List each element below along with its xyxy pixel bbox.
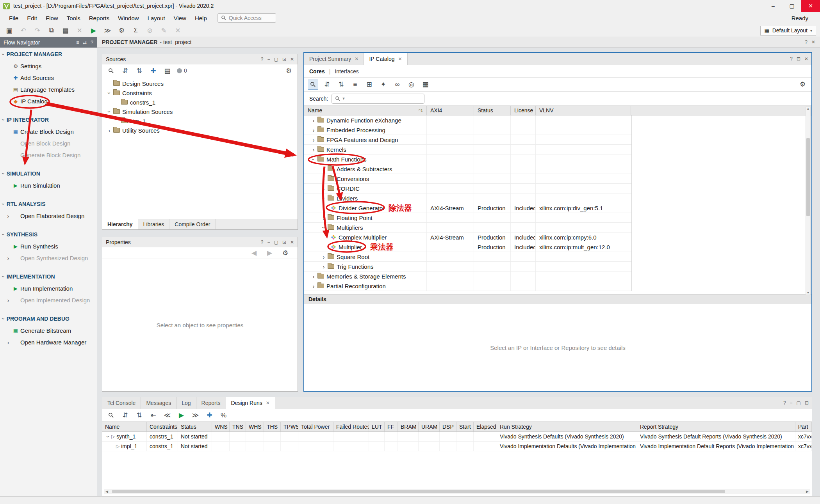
tree-node-sim-1[interactable]: sim_1: [102, 116, 298, 126]
expand-icon[interactable]: ›: [321, 195, 327, 202]
ip-row-partial-reconfiguration[interactable]: ›Partial Reconfiguration: [304, 281, 631, 291]
expand-icon[interactable]: ›: [310, 283, 317, 289]
sidebar-item-open-synthesized-design[interactable]: ›Open Synthesized Design: [0, 252, 97, 264]
runs-column-name[interactable]: Name: [102, 422, 147, 431]
expand-icon[interactable]: ›: [310, 156, 317, 163]
copy-icon[interactable]: ⧉: [46, 25, 57, 35]
scroll-up-icon[interactable]: ▲: [806, 107, 810, 110]
ip-row-trig-functions[interactable]: ›Trig Functions: [304, 262, 631, 272]
close-tab-icon[interactable]: ✕: [398, 56, 402, 62]
delete-icon[interactable]: ✕: [74, 25, 85, 35]
ip-row-conversions[interactable]: ›Conversions: [304, 174, 631, 184]
flow-section-project-manager[interactable]: ›PROJECT MANAGER: [0, 48, 97, 60]
expand-icon[interactable]: ›: [321, 263, 327, 270]
help-icon[interactable]: ?: [790, 56, 793, 62]
tab-project-summary[interactable]: Project Summary✕: [304, 53, 364, 65]
step-back-icon[interactable]: ⇤: [148, 410, 159, 421]
expand-icon[interactable]: ›: [310, 146, 317, 153]
expand-icon[interactable]: ›: [321, 224, 327, 231]
sidebar-item-open-implemented-design[interactable]: ›Open Implemented Design: [0, 294, 97, 306]
vertical-scrollbar[interactable]: ▲ ▼: [806, 106, 811, 295]
search-icon[interactable]: [106, 66, 116, 76]
settings-icon[interactable]: ⚙: [283, 66, 294, 76]
ip-row-embedded-processing[interactable]: ›Embedded Processing: [304, 125, 631, 135]
close-button[interactable]: ✕: [801, 0, 820, 12]
sources-tab-libraries[interactable]: Libraries: [138, 219, 170, 229]
maximize-button[interactable]: ▢: [783, 0, 801, 12]
sidebar-item-add-sources[interactable]: ✚Add Sources: [0, 72, 97, 83]
collapse-icon[interactable]: ›: [105, 433, 111, 440]
back-icon[interactable]: ◀: [249, 248, 259, 258]
scrollbar-thumb[interactable]: [806, 138, 810, 216]
minimize-icon[interactable]: −: [790, 400, 793, 406]
runs-column-tpws[interactable]: TPWS: [281, 422, 298, 431]
settings-icon[interactable]: ⚙: [116, 25, 127, 35]
report-icon[interactable]: Σ: [130, 25, 141, 35]
menu-tools[interactable]: Tools: [62, 13, 85, 23]
step-icon[interactable]: ≫: [102, 25, 113, 35]
properties-icon[interactable]: ✦: [378, 80, 389, 90]
menu-view[interactable]: View: [169, 13, 191, 23]
sources-tab-compile-order[interactable]: Compile Order: [169, 219, 216, 229]
subtab-cores[interactable]: Cores: [309, 68, 325, 75]
runs-column-start[interactable]: Start: [456, 422, 474, 431]
scroll-right-icon[interactable]: ▶: [806, 490, 809, 493]
expand-icon[interactable]: ›: [106, 127, 112, 134]
runs-column-lut[interactable]: LUT: [369, 422, 385, 431]
expand-icon[interactable]: ›: [310, 137, 317, 143]
sidebar-item-run-simulation[interactable]: ▶Run Simulation: [0, 179, 97, 191]
runs-column-wns[interactable]: WNS: [212, 422, 230, 431]
ip-row-memories-storage-elements[interactable]: ›Memories & Storage Elements: [304, 272, 631, 281]
close-icon[interactable]: ✕: [290, 57, 294, 62]
ip-row-square-root[interactable]: ›Square Root: [304, 252, 631, 262]
runs-column-constraints[interactable]: Constraints: [147, 422, 178, 431]
menu-window[interactable]: Window: [114, 13, 143, 23]
menu-reports[interactable]: Reports: [85, 13, 114, 23]
settings-icon[interactable]: ⚙: [280, 248, 291, 258]
menu-icon[interactable]: ≡: [76, 40, 79, 45]
layout-selector[interactable]: ▦ Default Layout ▾: [760, 26, 816, 35]
percent-icon[interactable]: %: [218, 410, 229, 421]
play-icon[interactable]: ▶: [176, 410, 187, 421]
redo-icon[interactable]: ↷: [32, 25, 43, 35]
sidebar-item-generate-block-design[interactable]: Generate Block Design: [0, 149, 97, 161]
close-icon[interactable]: ✕: [173, 25, 183, 35]
maximize-icon[interactable]: ▢: [797, 400, 801, 406]
cut-icon[interactable]: ⊘: [144, 25, 155, 35]
runs-column-failed-routes[interactable]: Failed Routes: [333, 422, 369, 431]
expand-icon[interactable]: ›: [310, 273, 317, 280]
tab-messages[interactable]: Messages: [141, 397, 176, 409]
sidebar-item-open-block-design[interactable]: Open Block Design: [0, 137, 97, 149]
search-icon[interactable]: [308, 80, 318, 90]
runs-column-elapsed[interactable]: Elapsed: [474, 422, 497, 431]
ip-row-floating-point[interactable]: ›Floating Point: [304, 213, 631, 223]
ip-row-fpga-features-and-design[interactable]: ›FPGA Features and Design: [304, 135, 631, 145]
float-icon[interactable]: ⊡: [282, 57, 286, 62]
ip-row-dividers[interactable]: ›Dividers: [304, 193, 631, 203]
tab-log[interactable]: Log: [176, 397, 196, 409]
help-icon[interactable]: ?: [91, 40, 93, 45]
expand-all-icon[interactable]: ⇅: [336, 80, 346, 90]
expand-all-icon[interactable]: ⇅: [134, 410, 144, 421]
runs-column-uram[interactable]: URAM: [419, 422, 440, 431]
runs-column-run-strategy[interactable]: Run Strategy: [497, 422, 637, 431]
menu-flow[interactable]: Flow: [41, 13, 62, 23]
ip-row-adders-subtracters[interactable]: ›Adders & Subtracters: [304, 164, 631, 174]
flow-section-synthesis[interactable]: ›SYNTHESIS: [0, 229, 97, 240]
ip-row-dynamic-function-exchange[interactable]: ›Dynamic Function eXchange: [304, 115, 631, 125]
runs-column-whs[interactable]: WHS: [246, 422, 264, 431]
help-icon[interactable]: ?: [805, 39, 808, 45]
runs-column-tns[interactable]: TNS: [230, 422, 246, 431]
collapse-all-icon[interactable]: ⇵: [120, 66, 130, 76]
runs-row-synth-1[interactable]: ›▷synth_1constrs_1Not startedVivado Synt…: [102, 432, 812, 442]
close-icon[interactable]: ✕: [290, 240, 294, 245]
runs-column-ff[interactable]: FF: [385, 422, 398, 431]
ip-row-math-functions[interactable]: ›Math Functions: [304, 154, 631, 164]
group-icon[interactable]: ⊞: [364, 80, 374, 90]
ip-row-cordic[interactable]: ›CORDIC: [304, 184, 631, 193]
close-tab-icon[interactable]: ✕: [266, 400, 270, 406]
runs-column-status[interactable]: Status: [178, 422, 212, 431]
runs-column-bram[interactable]: BRAM: [398, 422, 419, 431]
expand-icon[interactable]: ›: [310, 127, 317, 133]
tree-node-simulation-sources[interactable]: ›Simulation Sources: [102, 107, 298, 116]
